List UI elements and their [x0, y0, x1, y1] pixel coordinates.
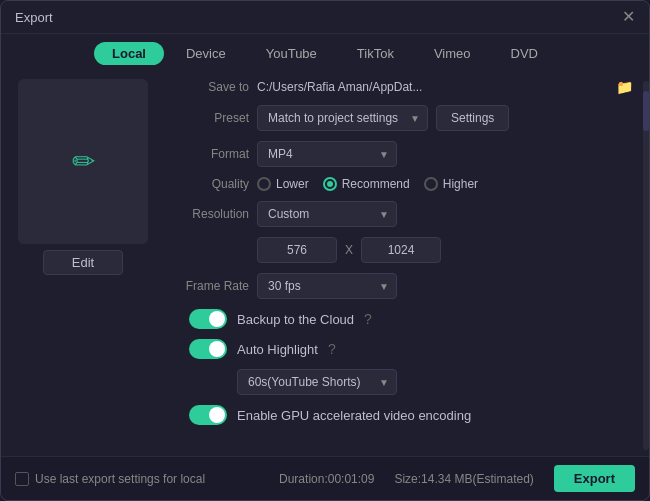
- close-button[interactable]: ✕: [622, 9, 635, 25]
- backup-help-icon[interactable]: ?: [364, 311, 372, 327]
- format-row: Format MP4 ▼: [169, 141, 633, 167]
- auto-highlight-label: Auto Highlight: [237, 342, 318, 357]
- preset-row: Preset Match to project settings ▼ Setti…: [169, 105, 633, 131]
- frame-rate-row: Frame Rate 30 fps ▼: [169, 273, 633, 299]
- quality-row: Quality Lower Recommend Higher: [169, 177, 633, 191]
- backup-toggle-row: Backup to the Cloud ?: [169, 309, 633, 329]
- preview-panel: ✏ Edit: [13, 79, 153, 452]
- preset-select[interactable]: Match to project settings: [257, 105, 428, 131]
- save-to-row: Save to C:/Users/Rafia Aman/AppDat... 📁: [169, 79, 633, 95]
- save-to-label: Save to: [169, 80, 249, 94]
- resolution-height-input[interactable]: [361, 237, 441, 263]
- resolution-select-wrapper: Custom ▼: [257, 201, 397, 227]
- quality-label: Quality: [169, 177, 249, 191]
- gpu-label: Enable GPU accelerated video encoding: [237, 408, 471, 423]
- frame-rate-select-wrapper: 30 fps ▼: [257, 273, 397, 299]
- scrollbar-thumb[interactable]: [643, 91, 649, 131]
- resolution-select[interactable]: Custom: [257, 201, 397, 227]
- folder-icon[interactable]: 📁: [616, 79, 633, 95]
- gpu-toggle-row: Enable GPU accelerated video encoding: [169, 405, 633, 425]
- quality-higher-radio[interactable]: [424, 177, 438, 191]
- tab-youtube[interactable]: YouTube: [248, 42, 335, 65]
- pencil-icon: ✏: [72, 145, 95, 178]
- title-bar: Export ✕: [1, 1, 649, 34]
- quality-recommend-label: Recommend: [342, 177, 410, 191]
- quality-lower-radio[interactable]: [257, 177, 271, 191]
- duration-info: Duration:00:01:09: [279, 472, 374, 486]
- preset-select-wrapper: Match to project settings ▼: [257, 105, 428, 131]
- resolution-row: Resolution Custom ▼: [169, 201, 633, 227]
- settings-button[interactable]: Settings: [436, 105, 509, 131]
- window-title: Export: [15, 10, 53, 25]
- tab-local[interactable]: Local: [94, 42, 164, 65]
- auto-highlight-toggle[interactable]: [189, 339, 227, 359]
- quality-recommend-option[interactable]: Recommend: [323, 177, 410, 191]
- preview-box: ✏: [18, 79, 148, 244]
- save-to-value: C:/Users/Rafia Aman/AppDat...: [257, 80, 608, 94]
- highlight-dropdown-row: 60s(YouTube Shorts) ▼: [237, 369, 633, 395]
- settings-panel: Save to C:/Users/Rafia Aman/AppDat... 📁 …: [169, 79, 637, 452]
- quality-lower-option[interactable]: Lower: [257, 177, 309, 191]
- tab-dvd[interactable]: DVD: [493, 42, 556, 65]
- edit-button[interactable]: Edit: [43, 250, 123, 275]
- export-button[interactable]: Export: [554, 465, 635, 492]
- quality-higher-option[interactable]: Higher: [424, 177, 478, 191]
- export-window: Export ✕ Local Device YouTube TikTok Vim…: [0, 0, 650, 501]
- preset-label: Preset: [169, 111, 249, 125]
- format-select[interactable]: MP4: [257, 141, 397, 167]
- content-area: ✏ Edit Save to C:/Users/Rafia Aman/AppDa…: [1, 71, 649, 456]
- resolution-x-separator: X: [345, 243, 353, 257]
- tab-vimeo[interactable]: Vimeo: [416, 42, 489, 65]
- bottom-bar: Use last export settings for local Durat…: [1, 456, 649, 500]
- tab-device[interactable]: Device: [168, 42, 244, 65]
- frame-rate-select[interactable]: 30 fps: [257, 273, 397, 299]
- bottom-right: Duration:00:01:09 Size:14.34 MB(Estimate…: [279, 465, 635, 492]
- highlight-select[interactable]: 60s(YouTube Shorts): [237, 369, 397, 395]
- resolution-label: Resolution: [169, 207, 249, 221]
- bottom-left: Use last export settings for local: [15, 472, 205, 486]
- last-settings-label: Use last export settings for local: [35, 472, 205, 486]
- auto-highlight-toggle-row: Auto Highlight ?: [169, 339, 633, 359]
- format-label: Format: [169, 147, 249, 161]
- last-settings-checkbox[interactable]: [15, 472, 29, 486]
- quality-lower-label: Lower: [276, 177, 309, 191]
- quality-options: Lower Recommend Higher: [257, 177, 478, 191]
- size-info: Size:14.34 MB(Estimated): [394, 472, 533, 486]
- backup-toggle[interactable]: [189, 309, 227, 329]
- backup-label: Backup to the Cloud: [237, 312, 354, 327]
- quality-recommend-radio[interactable]: [323, 177, 337, 191]
- tab-tiktok[interactable]: TikTok: [339, 42, 412, 65]
- resolution-width-input[interactable]: [257, 237, 337, 263]
- quality-higher-label: Higher: [443, 177, 478, 191]
- format-select-wrapper: MP4 ▼: [257, 141, 397, 167]
- auto-highlight-help-icon[interactable]: ?: [328, 341, 336, 357]
- scrollbar-track: [643, 81, 649, 450]
- gpu-toggle[interactable]: [189, 405, 227, 425]
- resolution-inputs-row: X: [257, 237, 633, 263]
- frame-rate-label: Frame Rate: [169, 279, 249, 293]
- highlight-select-wrapper: 60s(YouTube Shorts) ▼: [237, 369, 397, 395]
- tabs-container: Local Device YouTube TikTok Vimeo DVD: [1, 34, 649, 71]
